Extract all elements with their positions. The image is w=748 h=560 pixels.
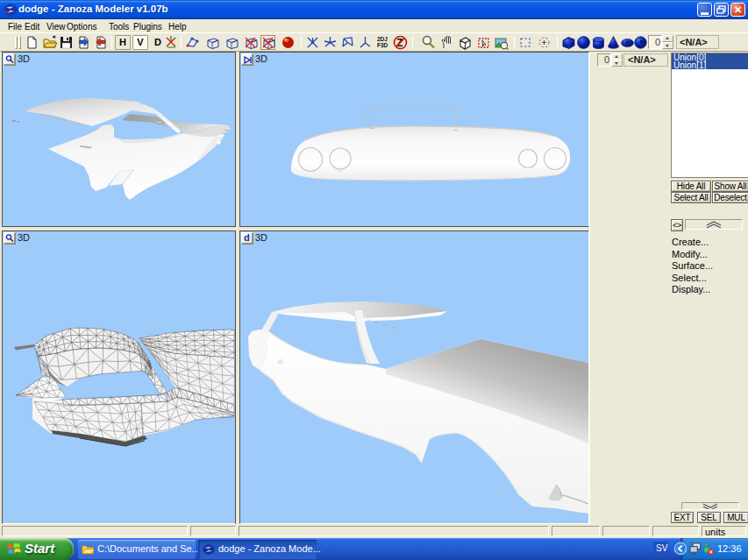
svg-text:2DJ: 2DJ [377, 36, 388, 42]
svg-text:F3D: F3D [377, 42, 388, 48]
